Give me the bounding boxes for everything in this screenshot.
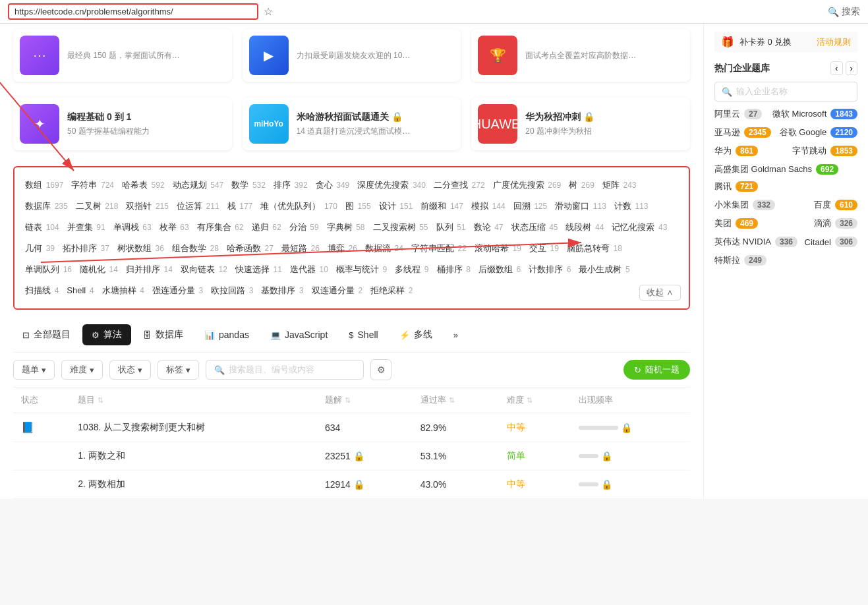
- tag-item[interactable]: 水塘抽样 4: [102, 282, 144, 299]
- tag-item[interactable]: 深度优先搜索 340: [357, 177, 426, 194]
- tag-item[interactable]: 随机化 14: [80, 261, 118, 278]
- tag-item[interactable]: 交互 19: [529, 240, 559, 257]
- tag-item[interactable]: 数组 1697: [25, 177, 63, 194]
- tag-item[interactable]: 滚动哈希 19: [475, 240, 521, 257]
- tag-item[interactable]: 脑筋急转弯 18: [567, 240, 622, 257]
- tag-item[interactable]: 链表 104: [25, 219, 59, 236]
- tab-javascript[interactable]: 💻JavaScript: [261, 325, 337, 345]
- tag-item[interactable]: 字符串匹配 22: [411, 240, 467, 257]
- company-name[interactable]: 滴滴: [814, 217, 831, 229]
- tag-item[interactable]: 哈希函数 27: [227, 240, 274, 257]
- tag-item[interactable]: 博弈 26: [328, 240, 357, 257]
- sidebar-next-btn[interactable]: ›: [846, 61, 857, 75]
- company-name[interactable]: 美团: [714, 217, 732, 229]
- tag-item[interactable]: 拒绝采样 2: [370, 282, 413, 299]
- tag-item[interactable]: 快速选择 11: [235, 261, 282, 278]
- company-name[interactable]: 亚马逊: [714, 127, 740, 138]
- tag-item[interactable]: 欧拉回路 3: [211, 282, 253, 299]
- tag-item[interactable]: 双连通分量 2: [312, 282, 362, 299]
- card-mihoyo[interactable]: miHoYo 米哈游秋招面试题通关 🔒 14 道真题打造沉浸式笔面试模…: [243, 98, 461, 150]
- company-name[interactable]: 阿里云: [714, 108, 740, 120]
- tag-item[interactable]: 树 269: [569, 177, 594, 194]
- company-name[interactable]: 小米集团: [714, 199, 749, 211]
- problem-search-box[interactable]: 🔍 搜索题目、编号或内容: [206, 360, 364, 380]
- card-huawei[interactable]: HUAWEI 华为秋招冲刺 🔒 20 题冲刺华为秋招: [471, 98, 690, 150]
- card-popular[interactable]: ▶ 力扣最受刷题发烧友欢迎的 10…: [243, 29, 461, 82]
- tag-item[interactable]: 强连通分量 3: [152, 282, 203, 299]
- tag-item[interactable]: 字典树 58: [327, 219, 365, 236]
- tag-item[interactable]: 广度优先搜索 269: [493, 177, 562, 194]
- tag-item[interactable]: 迭代器 10: [290, 261, 328, 278]
- company-name[interactable]: Citadel: [805, 237, 831, 247]
- tag-item[interactable]: 图 155: [345, 198, 371, 215]
- tag-item[interactable]: 概率与统计 9: [336, 261, 387, 278]
- tag-item[interactable]: 位运算 211: [177, 198, 219, 215]
- tag-item[interactable]: 数据库 235: [25, 198, 68, 215]
- tag-item[interactable]: 数论 47: [474, 219, 504, 236]
- tag-item[interactable]: Shell 4: [67, 282, 94, 299]
- tag-item[interactable]: 最短路 26: [281, 240, 320, 257]
- tag-item[interactable]: 队列 51: [436, 219, 466, 236]
- tab-more[interactable]: »: [444, 326, 467, 345]
- company-name[interactable]: 腾讯: [714, 181, 732, 192]
- supplement-link[interactable]: 活动规则: [817, 36, 851, 48]
- tab-database[interactable]: 🗄数据库: [134, 324, 192, 345]
- card-basics[interactable]: ✦ 编程基础 0 到 1 50 题学握基础编程能力: [13, 98, 232, 150]
- filter-status[interactable]: 状态 ▾: [109, 360, 151, 380]
- tag-item[interactable]: 递归 62: [252, 219, 281, 236]
- settings-button[interactable]: ⚙: [370, 359, 391, 380]
- tag-item[interactable]: 双向链表 12: [181, 261, 227, 278]
- tag-item[interactable]: 字符串 724: [71, 177, 114, 194]
- tag-item[interactable]: 状态压缩 45: [511, 219, 558, 236]
- tag-item[interactable]: 单调队列 16: [25, 261, 72, 278]
- tag-item[interactable]: 组合数学 28: [172, 240, 219, 257]
- problem-link[interactable]: 1038. 从二叉搜索树到更大和树: [78, 422, 205, 432]
- tag-item[interactable]: 扫描线 4: [25, 282, 59, 299]
- tag-item[interactable]: 计数排序 6: [529, 261, 571, 278]
- sidebar-prev-btn[interactable]: ‹: [830, 61, 842, 75]
- tag-item[interactable]: 堆（优先队列） 170: [260, 198, 337, 215]
- tag-item[interactable]: 二分查找 272: [434, 177, 485, 194]
- filter-tag[interactable]: 标签 ▾: [158, 360, 199, 380]
- tag-item[interactable]: 滑动窗口 113: [555, 198, 606, 215]
- tag-item[interactable]: 最小生成树 5: [579, 261, 629, 278]
- collapse-button[interactable]: 收起 ∧: [639, 285, 681, 301]
- tab-pandas[interactable]: 📊pandas: [195, 325, 258, 345]
- company-name[interactable]: 英伟达 NVIDIA: [714, 236, 771, 248]
- company-name[interactable]: 特斯拉: [714, 254, 740, 266]
- tag-item[interactable]: 排序 392: [274, 177, 308, 194]
- sidebar-search[interactable]: 🔍 输入企业名称: [714, 82, 857, 101]
- search-label[interactable]: 搜索: [842, 6, 860, 18]
- tag-item[interactable]: 二叉树 218: [76, 198, 119, 215]
- tag-item[interactable]: 回溯 125: [513, 198, 548, 215]
- company-name[interactable]: 百度: [814, 199, 831, 211]
- tag-item[interactable]: 几何 39: [25, 240, 55, 257]
- tag-item[interactable]: 模拟 144: [471, 198, 506, 215]
- tag-item[interactable]: 后缀数组 6: [478, 261, 521, 278]
- tag-item[interactable]: 动态规划 547: [173, 177, 224, 194]
- tag-item[interactable]: 基数排序 3: [261, 282, 303, 299]
- tag-item[interactable]: 树状数组 36: [117, 240, 164, 257]
- company-name[interactable]: 微软 Microsoft: [772, 108, 826, 120]
- url-input[interactable]: [8, 3, 258, 20]
- company-name[interactable]: 谷歌 Google: [780, 127, 827, 138]
- tag-item[interactable]: 多线程 9: [395, 261, 428, 278]
- company-name[interactable]: 字节跳动: [792, 145, 826, 157]
- tab-multithread[interactable]: ⚡多线: [390, 324, 442, 345]
- problem-link[interactable]: 2. 两数相加: [78, 478, 125, 489]
- tag-item[interactable]: 矩阵 243: [602, 177, 637, 194]
- tab-shell[interactable]: $Shell: [339, 325, 387, 345]
- random-problem-button[interactable]: ↻ 随机一题: [623, 360, 690, 380]
- tag-item[interactable]: 栈 177: [227, 198, 253, 215]
- company-name[interactable]: 华为: [714, 145, 732, 157]
- tab-algorithm[interactable]: ⚙算法: [82, 324, 131, 345]
- tag-item[interactable]: 分治 59: [289, 219, 319, 236]
- filter-list[interactable]: 题单 ▾: [13, 360, 55, 380]
- tag-item[interactable]: 记忆化搜索 43: [612, 219, 667, 236]
- tag-item[interactable]: 数据流 24: [365, 240, 403, 257]
- company-name[interactable]: 高盛集团 Goldman Sachs: [714, 163, 812, 175]
- tag-item[interactable]: 线段树 44: [565, 219, 604, 236]
- tag-item[interactable]: 枚举 63: [159, 219, 189, 236]
- card-classic[interactable]: ⋯ 最经典 150 题，掌握面试所有…: [13, 29, 232, 82]
- tag-item[interactable]: 哈希表 592: [122, 177, 165, 194]
